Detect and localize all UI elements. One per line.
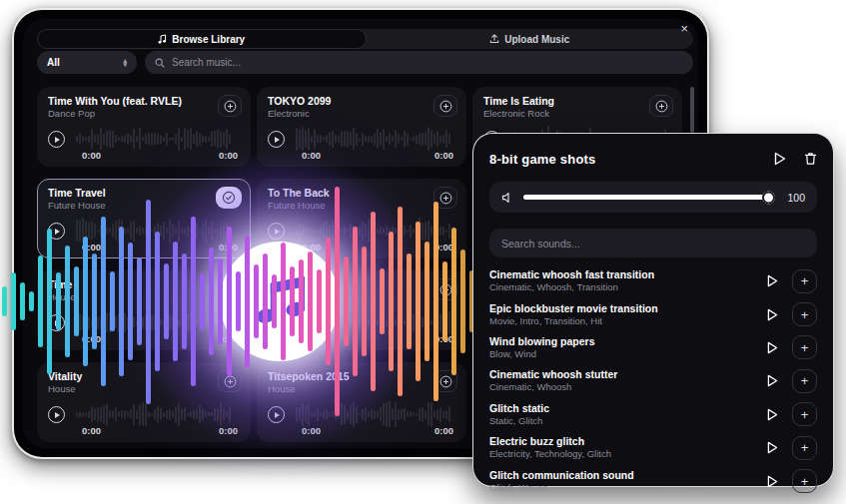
sound-row[interactable]: Wind blowing papers Blow, Wind +	[489, 331, 817, 364]
track-card[interactable]: Vitality House 0:00 0:00	[37, 362, 251, 442]
music-search-input[interactable]	[172, 57, 683, 68]
play-sound-icon[interactable]	[767, 408, 778, 421]
volume-row: 100	[489, 182, 817, 213]
track-card[interactable]: Time House 0:00 0:00	[37, 270, 251, 350]
add-sound-button[interactable]: +	[792, 402, 817, 426]
speaker-icon	[501, 192, 513, 204]
add-track-button[interactable]	[218, 370, 242, 392]
waveform[interactable]	[296, 125, 453, 153]
waveform[interactable]	[76, 125, 238, 153]
track-card[interactable]: To The Back Future House 0:00 0:00	[257, 179, 466, 258]
play-track-button[interactable]	[48, 131, 65, 148]
play-sound-icon[interactable]	[767, 475, 778, 488]
genre-dropdown[interactable]: All ▴▾	[37, 51, 137, 74]
sound-effects-panel: 8-bit game shots 100 C	[472, 133, 834, 487]
sound-row[interactable]: Glitch static Static, Glitch +	[489, 398, 817, 431]
sound-list: Cinematic whoosh fast transition Cinemat…	[489, 264, 817, 498]
play-track-button[interactable]	[268, 131, 285, 148]
sound-title: Glitch communication sound	[489, 469, 634, 482]
sound-tags: Movie, Intro, Transition, Hit	[489, 315, 658, 327]
sound-tags: Blow, Wind	[489, 348, 595, 360]
play-track-button[interactable]	[268, 406, 285, 423]
waveform[interactable]	[296, 400, 453, 428]
play-track-button[interactable]	[268, 314, 285, 331]
sound-tags: Cinematic, Whoosh, Transition	[489, 281, 654, 293]
play-sound-icon[interactable]	[767, 374, 778, 387]
tab-browse-library-label: Browse Library	[172, 34, 245, 45]
volume-slider-knob[interactable]	[762, 191, 775, 204]
add-track-button[interactable]	[433, 187, 457, 209]
track-card[interactable]: Titsepoken 2015 House 0:00 0:00	[257, 362, 466, 442]
time-start: 0:00	[302, 425, 321, 436]
track-card[interactable]: Time With You (feat. RVLE) Dance Pop 0:0…	[37, 87, 251, 167]
sound-row[interactable]: Cinematic whoosh stutter Cinematic, Whoo…	[489, 364, 817, 397]
volume-value: 100	[783, 192, 805, 204]
add-sound-button[interactable]: +	[792, 302, 817, 326]
add-sound-button[interactable]: +	[792, 436, 817, 460]
time-start: 0:00	[302, 150, 321, 161]
scrollbar[interactable]	[690, 87, 694, 133]
time-end: 0:00	[434, 150, 453, 161]
tab-upload-music[interactable]: Upload Music	[367, 29, 694, 49]
add-sound-button[interactable]: +	[792, 469, 817, 493]
sound-row[interactable]: Glitch communication sound Glitch, Waves…	[489, 464, 817, 497]
time-end: 0:00	[219, 333, 238, 344]
play-sound-icon[interactable]	[767, 308, 778, 321]
add-track-button[interactable]	[218, 278, 242, 300]
track-genre: House	[48, 383, 75, 394]
upload-icon	[489, 34, 499, 44]
time-start: 0:00	[302, 242, 321, 252]
waveform[interactable]	[76, 400, 238, 428]
add-sound-button[interactable]: +	[792, 335, 817, 359]
time-start: 0:00	[82, 333, 101, 344]
play-all-icon[interactable]	[774, 152, 786, 166]
sound-title: Electric buzz glitch	[489, 435, 611, 448]
add-sound-button[interactable]: +	[792, 369, 817, 393]
filter-row: All ▴▾	[37, 51, 693, 74]
waveform[interactable]	[296, 217, 453, 245]
volume-slider[interactable]	[523, 195, 773, 200]
track-genre: Electronic Rock	[483, 108, 549, 119]
sound-row[interactable]: Cinematic whoosh fast transition Cinemat…	[489, 264, 817, 297]
add-track-button[interactable]	[433, 370, 457, 392]
add-track-button[interactable]	[218, 95, 242, 117]
play-track-button[interactable]	[268, 223, 285, 240]
tab-upload-music-label: Upload Music	[504, 34, 569, 45]
add-track-button[interactable]	[649, 95, 673, 117]
play-track-button[interactable]	[48, 223, 65, 240]
add-track-button[interactable]	[433, 278, 457, 300]
add-sound-button[interactable]: +	[792, 269, 817, 293]
play-sound-icon[interactable]	[767, 341, 778, 354]
tab-browse-library[interactable]: Browse Library	[37, 29, 367, 49]
add-track-button[interactable]	[433, 95, 457, 117]
waveform[interactable]	[76, 308, 238, 336]
track-genre: Electronic	[268, 108, 310, 119]
sound-tags: Glitch, Waves	[489, 482, 634, 494]
time-start: 0:00	[302, 333, 321, 344]
genre-dropdown-value: All	[47, 57, 60, 68]
time-start: 0:00	[82, 425, 101, 436]
track-title: Titsepoken 2015	[268, 370, 350, 382]
equalizer-bar	[2, 286, 7, 316]
track-card[interactable]: Time Travel Future House 0:00 0:00	[37, 179, 251, 258]
music-note-icon	[158, 34, 167, 44]
track-title: Vitality	[48, 370, 82, 382]
play-track-button[interactable]	[48, 406, 65, 423]
sound-row[interactable]: Electric buzz glitch Electricity, Techno…	[489, 431, 817, 464]
time-start: 0:00	[82, 150, 101, 161]
sound-search-input[interactable]	[501, 238, 805, 250]
sound-row[interactable]: Epic blockbuster movie transition Movie,…	[489, 297, 817, 330]
time-end: 0:00	[219, 242, 238, 252]
waveform[interactable]	[296, 308, 453, 336]
track-card[interactable]: TOKYO 2099 Electronic 0:00 0:00	[257, 87, 466, 167]
play-sound-icon[interactable]	[767, 274, 778, 287]
selected-check-button[interactable]	[216, 187, 242, 209]
trash-icon[interactable]	[804, 152, 817, 166]
waveform[interactable]	[76, 217, 238, 245]
track-card[interactable]: 0:00 0:00	[257, 270, 466, 350]
close-icon[interactable]: ×	[680, 22, 688, 36]
sound-title: Cinematic whoosh fast transition	[489, 268, 654, 281]
play-track-button[interactable]	[48, 314, 65, 331]
play-sound-icon[interactable]	[767, 441, 778, 454]
time-start: 0:00	[82, 242, 101, 252]
